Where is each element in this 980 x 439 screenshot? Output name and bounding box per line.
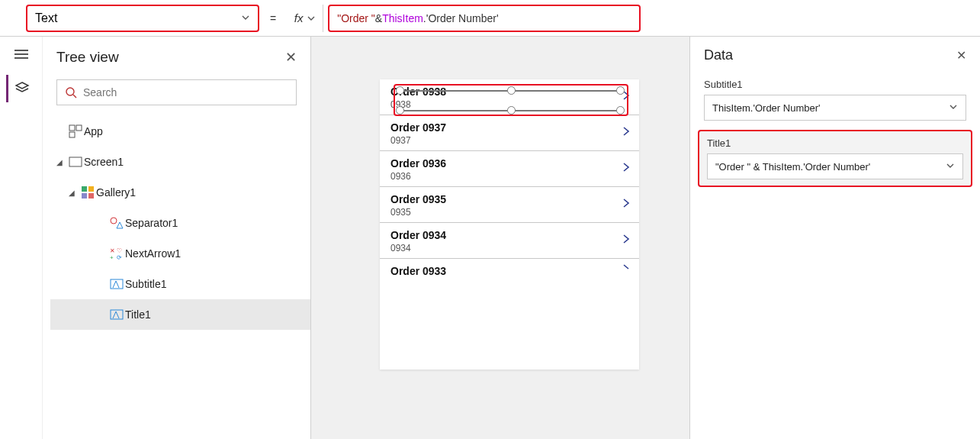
tree-node-label: NextArrow1 (125, 247, 181, 260)
fx-button[interactable]: fx (287, 5, 323, 32)
close-icon[interactable]: ✕ (956, 48, 966, 63)
tree-node-app[interactable]: App (50, 116, 310, 147)
svg-rect-4 (76, 125, 82, 131)
svg-rect-17 (111, 279, 123, 289)
search-input[interactable] (83, 86, 288, 98)
chevron-down-icon (949, 102, 958, 114)
resize-handle[interactable] (396, 106, 404, 115)
svg-line-19 (116, 281, 119, 288)
formula-token-keyword: ThisItem (382, 12, 423, 24)
canvas-area[interactable]: Order 0938 0938 Order 0937 0937 Order 09… (311, 37, 690, 439)
svg-rect-7 (82, 186, 87, 192)
resize-handle[interactable] (507, 86, 516, 95)
svg-rect-9 (82, 193, 87, 199)
screen-icon (67, 157, 84, 167)
svg-rect-10 (88, 193, 94, 199)
data-panel: Data ✕ Subtitle1 ThisItem.'Order Number'… (690, 37, 980, 439)
gallery-item[interactable]: Order 0937 0937 (380, 115, 639, 151)
formula-token-string: "Order " (337, 12, 375, 24)
svg-text:✕: ✕ (110, 247, 115, 254)
close-icon[interactable]: ✕ (285, 49, 297, 66)
property-dropdown[interactable]: Text (26, 5, 259, 32)
svg-text:♡: ♡ (117, 247, 122, 254)
svg-marker-0 (16, 82, 28, 89)
field-label: Subtitle1 (704, 79, 966, 90)
formula-input[interactable]: "Order " & ThisItem . 'Order Number' (328, 5, 641, 32)
gallery-item[interactable]: Order 0936 0936 (380, 151, 639, 187)
svg-text:⟳: ⟳ (117, 254, 122, 260)
svg-rect-6 (69, 157, 82, 166)
svg-rect-8 (88, 186, 94, 192)
formula-token-property: 'Order Number' (426, 12, 499, 24)
tree-node-subtitle[interactable]: Subtitle1 (50, 269, 310, 299)
search-icon (65, 86, 77, 98)
chevron-right-icon[interactable] (621, 234, 631, 247)
svg-point-11 (111, 218, 117, 224)
resize-handle[interactable] (616, 86, 625, 95)
field-input-subtitle1[interactable]: ThisItem.'Order Number' (704, 95, 966, 121)
expand-icon[interactable]: ◢ (69, 189, 79, 197)
tree-node-label: Gallery1 (96, 186, 136, 199)
property-dropdown-label: Text (35, 11, 57, 25)
resize-handle[interactable] (507, 106, 516, 115)
svg-marker-12 (117, 222, 123, 228)
tree-view-panel: Tree view ✕ App ◢ Scree (43, 37, 311, 439)
svg-line-18 (113, 281, 116, 288)
field-input-title1[interactable]: "Order " & ThisItem.'Order Number' (707, 153, 963, 179)
layers-icon (14, 81, 30, 96)
chevron-right-icon[interactable] (621, 198, 631, 211)
tree-node-screen[interactable]: ◢ Screen1 (50, 147, 310, 177)
tree-view-title: Tree view (56, 49, 119, 66)
tree-node-label: Subtitle1 (125, 278, 166, 290)
fx-label: fx (294, 11, 304, 24)
tree-search[interactable] (56, 79, 297, 105)
expand-icon[interactable]: ◢ (56, 158, 67, 166)
resize-handle[interactable] (616, 106, 625, 115)
item-subtitle: 0935 (390, 207, 628, 218)
field-label: Title1 (707, 137, 963, 149)
hamburger-icon[interactable] (14, 47, 28, 61)
resize-handle[interactable] (396, 86, 404, 95)
shapes-icon (108, 216, 125, 230)
tree-node-label: Separator1 (125, 217, 178, 229)
gallery-item[interactable]: Order 0935 0935 (380, 187, 639, 223)
tree-view-tab[interactable] (6, 75, 37, 102)
item-title: Order 0935 (390, 193, 628, 205)
item-title: Order 0934 (390, 229, 628, 241)
label-icon (108, 277, 125, 291)
field-title1: Title1 "Order " & ThisItem.'Order Number… (698, 130, 972, 187)
field-value: "Order " & ThisItem.'Order Number' (715, 161, 870, 173)
item-subtitle: 0936 (390, 171, 628, 182)
formula-bar: Text = fx "Order " & ThisItem . 'Order N… (0, 0, 980, 37)
gallery-icon (79, 186, 96, 199)
chevron-down-icon (241, 11, 250, 25)
svg-rect-20 (111, 310, 123, 319)
chevron-right-icon[interactable] (621, 263, 631, 277)
selection-bottom-edge (400, 110, 621, 111)
tree-node-label: Title1 (125, 308, 151, 321)
tree-node-nextarrow[interactable]: ✕♡+⟳ NextArrow1 (50, 238, 310, 269)
svg-text:+: + (110, 254, 114, 260)
svg-line-2 (73, 95, 76, 98)
tree-node-gallery[interactable]: ◢ Gallery1 (50, 177, 310, 208)
field-subtitle1: Subtitle1 ThisItem.'Order Number' (690, 71, 980, 125)
tree-node-title[interactable]: Title1 (50, 299, 310, 330)
gallery-item[interactable]: Order 0934 0934 (380, 223, 639, 259)
item-title: Order 0936 (390, 157, 628, 169)
svg-line-21 (113, 311, 116, 318)
formula-token-operator: & (375, 12, 382, 24)
svg-point-1 (66, 88, 74, 95)
screen-preview: Order 0938 0938 Order 0937 0937 Order 09… (380, 79, 639, 370)
chevron-right-icon[interactable] (621, 162, 631, 176)
label-icon (108, 308, 125, 321)
field-value: ThisItem.'Order Number' (712, 102, 821, 114)
equals-label: = (270, 12, 276, 24)
gallery-item[interactable]: Order 0933 (380, 259, 639, 282)
svg-rect-3 (69, 125, 75, 131)
chevron-right-icon[interactable] (621, 126, 631, 140)
chevron-down-icon (307, 14, 316, 23)
tree-list: App ◢ Screen1 ◢ Gallery1 Separa (43, 116, 310, 330)
chevron-down-icon (946, 161, 955, 173)
item-subtitle: 0934 (390, 243, 628, 253)
tree-node-separator[interactable]: Separator1 (50, 208, 310, 238)
